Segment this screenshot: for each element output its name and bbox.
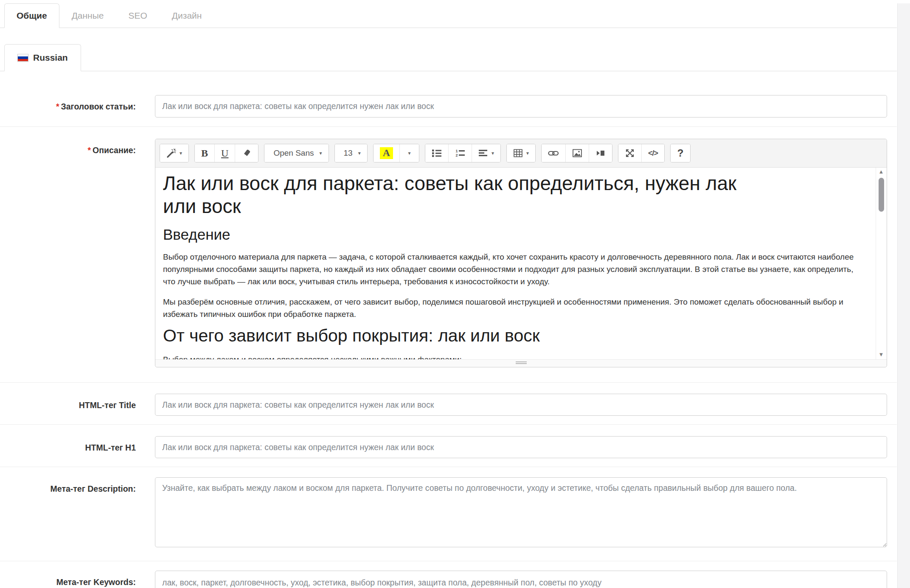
russian-flag-icon: [17, 54, 28, 62]
fullscreen-icon: [625, 148, 635, 158]
tab-seo-label: SEO: [129, 11, 147, 20]
paragraph-align-dropdown[interactable]: ▾: [472, 144, 500, 162]
chevron-down-icon: ▾: [180, 151, 182, 156]
bold-button[interactable]: B: [195, 144, 214, 162]
description-label: *Описание:: [0, 139, 136, 367]
code-view-button[interactable]: </>: [641, 144, 664, 162]
meta-description-label: Мета-тег Description:: [0, 477, 136, 549]
editor-paragraph: Выбор отделочного материала для паркета …: [163, 251, 867, 288]
meta-keywords-input[interactable]: [155, 571, 887, 588]
editor-resize-handle[interactable]: [155, 359, 887, 367]
article-form: *Заголовок статьи: *Описание:: [0, 71, 897, 588]
video-icon: [595, 148, 606, 158]
tab-data[interactable]: Данные: [59, 3, 116, 28]
tab-design[interactable]: Дизайн: [160, 3, 214, 28]
code-view-icon: </>: [648, 149, 658, 158]
scroll-down-icon[interactable]: ▼: [876, 351, 886, 358]
underline-button[interactable]: U: [214, 144, 235, 162]
picture-button[interactable]: [565, 144, 589, 162]
text-color-button[interactable]: A: [374, 144, 399, 162]
tab-seo[interactable]: SEO: [116, 3, 160, 28]
eraser-icon: [242, 148, 252, 158]
help-icon: ?: [677, 147, 684, 159]
rich-text-editor: ▾ B U: [155, 139, 887, 367]
resize-grip-icon: [516, 363, 527, 364]
editor-intro-heading: Введение: [163, 226, 867, 243]
tab-content: Общие Данные SEO Дизайн Russian *Заголов…: [0, 3, 897, 588]
html-h1-input[interactable]: [155, 436, 887, 458]
link-button[interactable]: [542, 144, 565, 162]
meta-description-textarea[interactable]: Узнайте, как выбрать между лаком и воско…: [155, 477, 887, 547]
browser-scrollbar[interactable]: [897, 3, 910, 588]
language-tab-bar: Russian: [0, 44, 897, 71]
required-asterisk: *: [56, 102, 59, 111]
picture-icon: [572, 148, 582, 158]
form-row-description: *Описание:: [0, 127, 897, 383]
svg-text:1: 1: [456, 149, 458, 153]
tab-general-label: Общие: [17, 11, 47, 20]
editor-paragraph: Мы разберём основные отличия, расскажем,…: [163, 296, 867, 321]
required-asterisk: *: [87, 146, 91, 155]
clear-format-button[interactable]: [235, 144, 258, 162]
editor-content-area[interactable]: Лак или воск для паркета: советы как опр…: [155, 168, 887, 359]
article-title-label: *Заголовок статьи:: [0, 95, 136, 118]
scroll-up-icon[interactable]: ▲: [876, 168, 886, 175]
html-title-label: HTML-тег Title: [0, 394, 136, 416]
ordered-list-icon: 1 2: [455, 148, 465, 158]
video-button[interactable]: [589, 144, 612, 162]
font-size-label: 13: [341, 148, 355, 158]
form-row-html-title: HTML-тег Title: [0, 383, 897, 425]
link-icon: [548, 148, 559, 158]
editor-toolbar: ▾ B U: [155, 139, 887, 168]
unordered-list-icon: [432, 148, 442, 158]
font-family-dropdown[interactable]: Open Sans ▾: [264, 144, 328, 162]
chevron-down-icon: ▾: [492, 151, 494, 156]
meta-keywords-label: Мета-тег Keywords:: [0, 571, 136, 588]
article-title-input[interactable]: [155, 95, 887, 118]
chevron-down-icon: ▾: [358, 151, 361, 156]
unordered-list-button[interactable]: [425, 144, 448, 162]
style-dropdown-button[interactable]: ▾: [160, 144, 188, 162]
tab-data-label: Данные: [72, 11, 104, 20]
editor-scrollbar[interactable]: ▲ ▼: [876, 168, 886, 359]
underline-label: U: [221, 148, 228, 159]
ordered-list-button[interactable]: 1 2: [448, 144, 472, 162]
text-color-icon: A: [380, 147, 393, 159]
font-family-label: Open Sans: [271, 148, 316, 158]
form-row-article-title: *Заголовок статьи:: [0, 71, 897, 127]
html-title-input[interactable]: [155, 394, 887, 416]
magic-wand-icon: [166, 148, 177, 158]
editor-paragraph: Выбор между лаком и воском определяется …: [163, 353, 867, 359]
chevron-down-icon: ▾: [319, 151, 322, 156]
tab-general[interactable]: Общие: [4, 3, 59, 28]
fullscreen-button[interactable]: [618, 144, 641, 162]
chevron-down-icon: ▾: [408, 151, 411, 156]
tab-language-russian[interactable]: Russian: [4, 44, 81, 71]
svg-text:2: 2: [456, 153, 458, 157]
editor-factors-heading: От чего зависит выбор покрытия: лак или …: [163, 326, 867, 346]
article-edit-page: Общие Данные SEO Дизайн Russian *Заголов…: [0, 3, 910, 588]
form-row-html-h1: HTML-тег H1: [0, 425, 897, 467]
editor-article-heading: Лак или воск для паркета: советы как опр…: [163, 172, 770, 218]
main-tab-bar: Общие Данные SEO Дизайн: [0, 3, 897, 28]
table-icon: [513, 148, 523, 158]
form-row-meta-description: Мета-тег Description: Узнайте, как выбра…: [0, 467, 897, 561]
table-dropdown[interactable]: ▾: [507, 144, 535, 162]
text-color-dropdown[interactable]: ▾: [399, 144, 419, 162]
help-button[interactable]: ?: [671, 144, 690, 162]
paragraph-align-icon: [478, 148, 489, 158]
html-h1-label: HTML-тег H1: [0, 436, 136, 458]
font-size-dropdown[interactable]: 13 ▾: [335, 144, 367, 162]
tab-design-label: Дизайн: [172, 11, 202, 20]
language-tab-label: Russian: [33, 53, 68, 63]
chevron-down-icon: ▾: [526, 151, 529, 156]
form-row-meta-keywords: Мета-тег Keywords:: [0, 561, 897, 588]
editor-scrollbar-thumb[interactable]: [879, 178, 884, 212]
bold-label: B: [201, 148, 208, 159]
